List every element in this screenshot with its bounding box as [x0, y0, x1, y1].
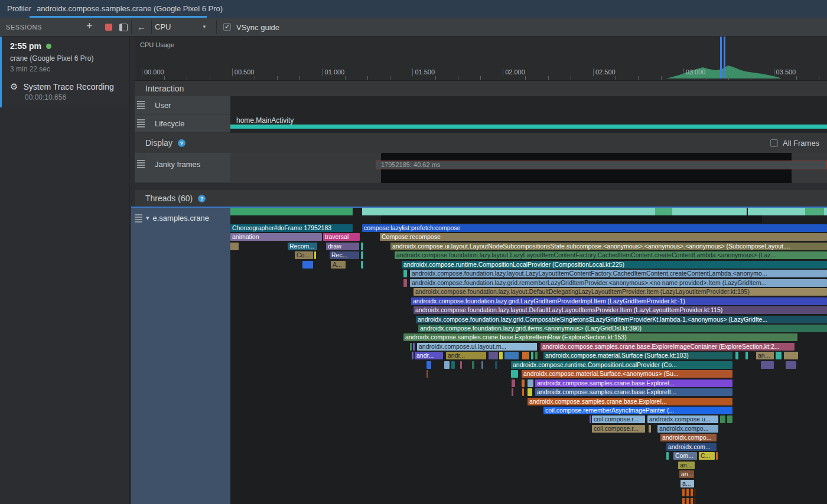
trace-span[interactable]	[720, 415, 725, 423]
trace-span[interactable]	[444, 361, 450, 369]
trace-span[interactable]	[535, 352, 538, 359]
trace-span[interactable]: androidx.compose.foundation.lazy.grid.La…	[411, 297, 827, 305]
trace-span[interactable]	[512, 379, 515, 387]
trace-span[interactable]	[727, 415, 732, 423]
trace-span[interactable]: Compose:recompose	[380, 233, 827, 241]
trace-span[interactable]: coil.compose.rememberAsyncImagePainter (…	[543, 407, 732, 414]
trace-span[interactable]	[522, 379, 525, 387]
recording-item[interactable]: ⚙ System Trace Recording	[10, 81, 123, 92]
trace-span[interactable]: androidx.compose.runtime.CompositionLoca…	[402, 261, 827, 269]
trace-span[interactable]: andr...	[415, 352, 443, 359]
trace-span[interactable]	[381, 215, 762, 223]
drag-handle-icon[interactable]	[137, 119, 145, 127]
trace-span[interactable]	[472, 361, 474, 369]
trace-span[interactable]: androidx.compose.samples.crane.base.Expl…	[528, 398, 732, 405]
trace-span[interactable]	[666, 452, 669, 460]
track-label-janky-frames[interactable]: Janky frames	[135, 153, 230, 183]
trace-span[interactable]: androidx.compose.ui.layout.m...	[417, 343, 537, 351]
trace-span[interactable]: andr...	[446, 352, 486, 359]
trace-span[interactable]: androidx.compose.samples.crane.base.Expl…	[541, 343, 795, 351]
all-frames-control[interactable]: All Frames	[770, 139, 819, 148]
trace-span[interactable]: androidx.compose.foundation.lazy.layout.…	[414, 288, 827, 296]
trace-span[interactable]	[495, 361, 497, 369]
trace-span[interactable]: androidx.compo...	[660, 434, 717, 441]
trace-span[interactable]	[412, 352, 414, 359]
collapse-panel-icon[interactable]	[119, 24, 128, 31]
trace-span[interactable]: Com...	[673, 452, 697, 460]
flame-chart[interactable]: Choreographer#doFrame 17952183animationt…	[230, 208, 827, 504]
janky-frames-track-data[interactable]: 17952185: 40.62 ms	[230, 153, 827, 183]
trace-span[interactable]: androidx.compose.foundation.lazy.grid.re…	[410, 279, 827, 287]
all-frames-checkbox[interactable]	[770, 139, 778, 147]
cpu-usage-track[interactable]: CPU Usage 00.00000.50001.00001.50002.000…	[135, 37, 827, 81]
help-icon[interactable]: ?	[198, 195, 206, 202]
trace-span[interactable]: traversal	[323, 233, 360, 241]
trace-span[interactable]	[735, 352, 738, 359]
trace-span[interactable]	[481, 361, 483, 369]
track-label-lifecycle[interactable]: Lifecycle	[135, 114, 230, 133]
stop-recording-button[interactable]	[105, 24, 112, 31]
janky-frame-span[interactable]: 17952185: 40.62 ms	[376, 161, 827, 169]
trace-span[interactable]: coil.compose.r...	[592, 415, 645, 423]
process-select[interactable]: CPU	[155, 22, 201, 31]
trace-span[interactable]: animation	[230, 233, 322, 241]
trace-span[interactable]	[361, 251, 363, 259]
trace-span[interactable]: an...	[679, 470, 694, 478]
lifecycle-track-data[interactable]: home.MainActivity	[230, 114, 827, 133]
drag-handle-icon[interactable]	[135, 214, 142, 222]
add-session-button[interactable]: +	[86, 20, 93, 32]
trace-span[interactable]	[512, 388, 513, 396]
trace-span[interactable]	[528, 388, 532, 396]
trace-span[interactable]: androidx.compose.samples.crane.base.Expl…	[535, 388, 732, 396]
drag-handle-icon[interactable]	[137, 160, 145, 168]
trace-span[interactable]	[504, 352, 519, 359]
trace-span[interactable]: A...	[331, 261, 346, 269]
trace-span[interactable]: androidx.compose.foundation.lazy.grid.Co…	[416, 316, 827, 323]
session-card[interactable]: 2:55 pm crane (Google Pixel 6 Pro) 3 min…	[0, 37, 129, 107]
user-track-data[interactable]	[230, 96, 827, 114]
track-label-user[interactable]: User	[135, 96, 230, 114]
trace-span[interactable]	[403, 279, 407, 287]
chevron-down-icon[interactable]: ▼	[202, 24, 207, 30]
trace-span[interactable]: androidx.compose.foundation.lazy.layout.…	[395, 251, 827, 259]
trace-span[interactable]	[361, 261, 363, 269]
trace-span[interactable]	[410, 343, 412, 351]
vsync-guide-label[interactable]: VSync guide	[236, 23, 279, 32]
tab-profiler[interactable]: Profiler	[7, 4, 31, 13]
trace-span[interactable]	[649, 425, 651, 433]
trace-span[interactable]	[460, 361, 462, 369]
trace-span[interactable]	[682, 489, 695, 496]
trace-span[interactable]: androidx.compose.runtime.CompositionLoca…	[511, 361, 732, 369]
trace-span[interactable]	[590, 415, 591, 423]
trace-span[interactable]	[716, 452, 718, 460]
time-ruler[interactable]: 00.00000.50001.00001.50002.00002.50003.0…	[135, 68, 827, 81]
trace-span[interactable]: androidx.compose.foundation.lazy.layout.…	[410, 270, 827, 277]
trace-span[interactable]	[682, 498, 695, 504]
trace-span[interactable]	[426, 361, 431, 369]
thread-row-label[interactable]: ▾ e.samples.crane	[131, 208, 230, 504]
trace-span[interactable]	[784, 352, 798, 359]
trace-span[interactable]: androidx.compo...	[657, 425, 718, 433]
back-arrow-button[interactable]: ←	[137, 22, 146, 32]
trace-span[interactable]: C...	[699, 452, 715, 460]
trace-span[interactable]	[745, 352, 748, 359]
trace-span[interactable]	[531, 352, 533, 359]
trace-span[interactable]	[489, 352, 498, 359]
lifecycle-event-bar[interactable]	[230, 125, 827, 129]
trace-span[interactable]	[426, 370, 428, 378]
trace-span[interactable]: androidx.compose.samples.crane.base.Expl…	[535, 379, 732, 387]
trace-span[interactable]	[361, 243, 363, 250]
trace-span[interactable]	[230, 243, 239, 250]
trace-span[interactable]: Rec...	[330, 251, 359, 259]
trace-span[interactable]: Choreographer#doFrame 17952183	[230, 224, 353, 232]
trace-span[interactable]	[413, 343, 415, 351]
vsync-guide-checkbox[interactable]: ✓	[223, 23, 231, 31]
trace-span[interactable]: androidx.compose.ui.layout.LayoutNodeSub…	[390, 243, 827, 250]
trace-span[interactable]: androidx.compose.samples.crane.base.Expl…	[403, 333, 797, 341]
trace-span[interactable]: androidx.compose.material.Surface (Surfa…	[543, 352, 732, 359]
trace-span[interactable]: androidx.com...	[666, 443, 717, 451]
trace-span[interactable]: coil.compose.r...	[592, 425, 645, 433]
trace-span[interactable]	[499, 352, 503, 359]
trace-span[interactable]	[403, 270, 407, 277]
drag-handle-icon[interactable]	[137, 101, 145, 109]
